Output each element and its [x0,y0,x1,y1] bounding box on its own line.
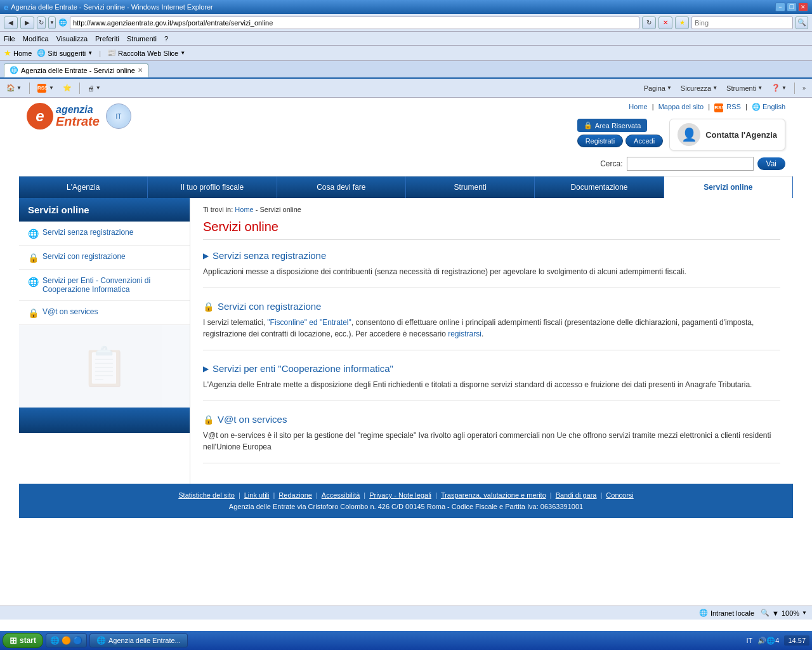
english-link[interactable]: English [763,103,785,110]
sidebar-item-con-reg[interactable]: 🔒 Servizi con registrazione [19,246,190,270]
url-input[interactable] [70,17,639,29]
accedi-button[interactable]: Accedi [625,135,663,147]
vai-button[interactable]: Vai [757,157,785,170]
header-right-col: Home | Mappa del sito | RSS RSS | 🌐 Engl… [577,103,785,150]
logo-entrate: Entrate [56,115,100,128]
nav-agenzia[interactable]: L'Agenzia [19,176,148,198]
pagina-button[interactable]: Pagina ▼ [641,83,674,93]
footer-accessibilita[interactable]: Accessibilità [322,491,360,499]
section-desc-senza-reg: Applicazioni messe a disposizione dei co… [203,266,780,277]
nav-servizi[interactable]: Servizi online [664,176,793,198]
footer-statistiche[interactable]: Statistiche del sito [178,491,235,499]
registrati-button[interactable]: Registrati [577,135,623,147]
logo-agenzia: agenzia [56,105,100,115]
logo-e-circle: e [27,103,53,129]
print-button[interactable]: 🖨 ▼ [85,83,103,93]
minimize-button[interactable]: − [775,3,785,11]
sidebar-item-enti[interactable]: 🌐 Servizi per Enti - Convenzioni di Coop… [19,270,190,301]
menu-strumenti[interactable]: Strumenti [127,35,157,43]
logo-row1: e agenzia Entrate [27,103,100,129]
logo-area: e agenzia Entrate IT [27,103,131,129]
rss-link[interactable]: RSS [726,103,741,110]
back-button[interactable]: ◀ [4,17,18,29]
window-controls: − ❐ ✕ [775,3,808,11]
top-links: Home | Mappa del sito | RSS RSS | 🌐 Engl… [629,103,785,112]
tab-close-icon[interactable]: ✕ [138,67,143,74]
nav-cosa[interactable]: Cosa devi fare [277,176,406,198]
refresh-go-button[interactable]: ↻ [642,17,656,29]
nav-profilo[interactable]: Il tuo profilo fiscale [148,176,277,198]
menu-modifica[interactable]: Modifica [23,35,49,43]
raccolta-button[interactable]: 📰 Raccolta Web Slice ▼ [107,49,185,57]
restore-button[interactable]: ❐ [787,3,797,11]
contatta-box[interactable]: 👤 Contatta l'Agenzia [669,119,785,150]
section-link-enti[interactable]: Servizi per enti "Cooperazione informati… [213,363,393,374]
menu-visualizza[interactable]: Visualizza [56,35,88,43]
section-link-senza-reg[interactable]: Servizi senza registrazione [213,250,326,261]
menu-help[interactable]: ? [164,35,168,43]
favorites-toolbar-button[interactable]: ⭐ [60,83,74,93]
star-icon: ★ [4,48,11,58]
forward-button[interactable]: ▶ [20,17,34,29]
sidebar-item-senza-reg[interactable]: 🌐 Servizi senza registrazione [19,222,190,246]
footer-link-utili[interactable]: Link utili [244,491,270,499]
breadcrumb-home[interactable]: Home [235,206,253,213]
logo-agenzia-text: agenzia Entrate [56,105,100,128]
menu-preferiti[interactable]: Preferiti [95,35,119,43]
sep1: | [652,103,654,110]
favorites-button[interactable]: ★ Home [4,48,32,58]
expand-button[interactable]: » [800,84,808,93]
refresh-button[interactable]: ↻ [37,17,46,29]
stop-button[interactable]: ✕ [658,17,672,29]
registrarsi-link[interactable]: registrarsi [448,329,481,338]
footer-concorsi[interactable]: Concorsi [606,491,633,499]
globe-icon-sidebar2: 🌐 [28,277,39,287]
dropdown-button[interactable]: ▼ [48,17,56,29]
nav-strumenti[interactable]: Strumenti [406,176,535,198]
strumenti-button[interactable]: Strumenti ▼ [724,83,765,93]
search-button[interactable]: 🔍 [796,17,808,29]
footer-bandi[interactable]: Bandi di gara [556,491,597,499]
search-input[interactable] [691,17,793,29]
footer-privacy[interactable]: Privacy - Note legali [369,491,431,499]
mappa-link[interactable]: Mappa del sito [658,103,704,110]
help-button[interactable]: ❓ ▼ [769,83,789,93]
sidebar-title: Servizi online [19,198,190,222]
site-footer: Statistiche del sito | Link utili | Reda… [19,484,793,518]
lock-icon-section4: 🔒 [203,415,214,425]
header-right-main: 🔒 Area Riservata Registrati Accedi 👤 Con… [577,119,785,150]
raccolta-label: Raccolta Web Slice [118,50,178,57]
zoom-control[interactable]: 🔍 ▼ 100% ▼ [761,609,807,617]
site-search-input[interactable] [627,157,754,171]
close-button[interactable]: ✕ [798,3,808,11]
sidebar-item-vat[interactable]: 🔒 V@t on services [19,301,190,325]
favorites-star[interactable]: ★ [675,17,689,29]
footer-sep1: | [239,491,240,499]
print-dropdown-icon: ▼ [96,85,101,91]
siti-suggeriti-button[interactable]: 🌐 Siti suggeriti ▼ [37,49,93,57]
siti-label: Siti suggeriti [48,50,86,57]
rss-icon: RSS [37,84,46,93]
footer-trasparenza[interactable]: Trasparenza, valutazione e merito [441,491,546,499]
strumenti-dropdown-icon: ▼ [757,85,763,91]
zone-label: 🌐 Intranet locale [699,609,754,617]
home-button[interactable]: 🏠 ▼ [4,83,24,93]
nav-documentazione[interactable]: Documentazione [535,176,664,198]
section-link-con-reg[interactable]: Servizi con registrazione [218,301,321,312]
home-link[interactable]: Home [629,103,647,110]
rss-dropdown-icon: ▼ [49,85,54,91]
section-link-vat[interactable]: V@t on services [218,414,287,425]
window-title: e Agenzia delle Entrate - Servizi online… [4,3,213,12]
menu-file[interactable]: File [4,35,15,43]
footer-redazione[interactable]: Redazione [278,491,312,499]
lock-icon-sidebar2: 🔒 [28,308,39,318]
sidebar-background-image: 📋 [19,325,190,408]
header-search: Cerca: Vai [27,153,785,171]
sidebar-label-senza-reg: Servizi senza registrazione [43,228,133,237]
fisconline-link[interactable]: "Fisconline" ed "Entratel" [267,318,351,327]
zone-text: Intranet locale [710,609,754,617]
logo: e agenzia Entrate [27,103,100,129]
tab-servizi-online[interactable]: 🌐 Agenzia delle Entrate - Servizi online… [4,63,148,77]
sicurezza-button[interactable]: Sicurezza ▼ [678,83,720,93]
rss-button[interactable]: RSS ▼ [35,83,56,94]
